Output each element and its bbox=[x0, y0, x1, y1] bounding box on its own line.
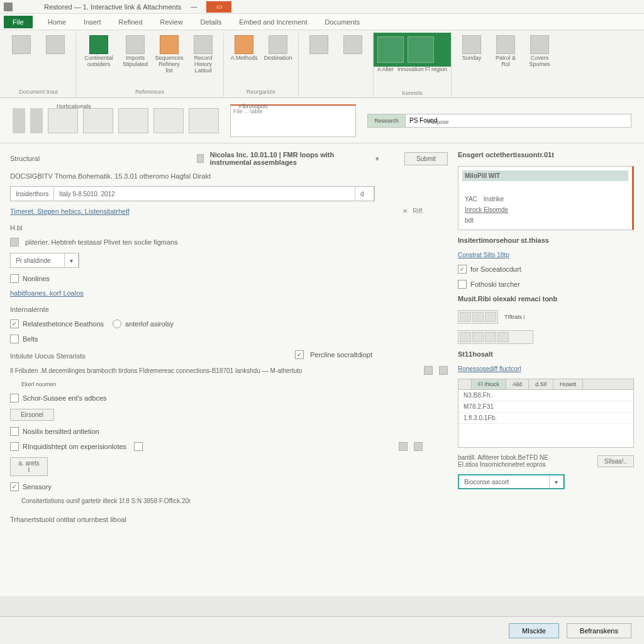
btn-inner[interactable]: a. arets I bbox=[10, 457, 48, 476]
panel1-row3[interactable]: bdt bbox=[462, 215, 628, 226]
chk-anterior[interactable] bbox=[113, 319, 121, 328]
ribbon-btn-patrol[interactable]: Patrol & Rol bbox=[491, 34, 521, 69]
section-icon[interactable] bbox=[197, 154, 204, 163]
menu-insert[interactable]: Insert bbox=[75, 16, 110, 28]
ribbon-btn-b2[interactable] bbox=[338, 34, 368, 57]
chk-other[interactable] bbox=[458, 280, 467, 289]
side-header-3: Musit.Ribi olexaki remaci tonb bbox=[458, 295, 634, 304]
chk-source[interactable] bbox=[458, 265, 467, 274]
ribbon-btn-1[interactable] bbox=[6, 34, 36, 57]
accent-btn-alter[interactable] bbox=[377, 36, 404, 63]
chk-strike[interactable] bbox=[10, 394, 19, 402]
ok-button[interactable]: MIscide bbox=[509, 623, 559, 638]
submit-button[interactable]: Submit bbox=[404, 152, 448, 165]
list-tab-0[interactable] bbox=[458, 379, 472, 389]
ribbon-btn-b1[interactable] bbox=[304, 34, 334, 57]
panel1-row2[interactable]: Inrock Elsomde bbox=[462, 204, 628, 215]
minimize-button[interactable]: — bbox=[181, 1, 206, 13]
chk-ranges[interactable] bbox=[10, 442, 19, 451]
search-label-box[interactable]: Research bbox=[368, 114, 406, 127]
link-recon[interactable]: Ronessosediff fluctcorl bbox=[458, 365, 634, 372]
cancel-button[interactable]: Befranskens bbox=[567, 623, 631, 638]
list-tab-1[interactable]: Fl Ihtock bbox=[472, 379, 506, 389]
grid-icon-2[interactable] bbox=[414, 442, 423, 451]
ribbon-btn-imports[interactable]: Imports Stipulated bbox=[120, 34, 150, 69]
input-2[interactable]: Pr shaldinde ▾ bbox=[10, 253, 79, 268]
thumb-prev2[interactable] bbox=[30, 108, 43, 133]
ribbon-btn-sunday[interactable]: Sunday bbox=[457, 34, 487, 63]
thumb-prev[interactable] bbox=[13, 108, 25, 133]
tool-b2[interactable] bbox=[472, 332, 484, 342]
link-timeret[interactable]: Timeret. Stepen hebics, Listensitatrhelf bbox=[10, 208, 448, 215]
dropdown-bioconse[interactable]: Bioconse ascort ▾ bbox=[458, 474, 565, 489]
accent-panel bbox=[374, 33, 451, 67]
menu-home[interactable]: Home bbox=[39, 16, 75, 28]
link-step[interactable]: Constrat Silts 18tp bbox=[458, 252, 634, 258]
list-row-2[interactable]: 1.fl.3.0.1Fb. bbox=[458, 413, 633, 424]
ribbon-btn-dest[interactable]: Destination bbox=[263, 34, 293, 63]
ribbon-group-document: Document trout bbox=[1, 33, 76, 97]
chk-extended[interactable] bbox=[10, 427, 19, 436]
menu-review[interactable]: Review bbox=[152, 16, 192, 28]
combo-seg-1[interactable]: Insiderthors bbox=[11, 187, 54, 201]
input-2-text[interactable]: Pr shaldinde bbox=[11, 253, 65, 267]
main-column: Structural Nicolas Inc. 10.01.10 | FMR l… bbox=[10, 151, 448, 589]
menu-embed[interactable]: Embed and Increment bbox=[230, 16, 316, 28]
field-expand-icon[interactable] bbox=[10, 238, 19, 247]
chk-belts-label: Belts bbox=[23, 335, 38, 343]
para-icon-2[interactable] bbox=[439, 366, 448, 375]
grid-icon-1[interactable] bbox=[399, 442, 408, 451]
thumb-4[interactable] bbox=[153, 108, 184, 133]
chk-nonlines[interactable] bbox=[10, 274, 19, 283]
panel1-title[interactable]: MiloPill WIT bbox=[462, 170, 628, 181]
chk-ranges-2[interactable] bbox=[134, 442, 143, 451]
combo-side-label: ✕ Riff. bbox=[402, 208, 424, 214]
tool-2[interactable] bbox=[472, 312, 484, 322]
para-icon-1[interactable] bbox=[424, 366, 433, 375]
input-2-drop[interactable]: ▾ bbox=[65, 253, 79, 267]
input-combo[interactable]: Insiderthors Italy 9-8.5010. 2012 d bbox=[10, 186, 375, 201]
menu-documents[interactable]: Documents bbox=[316, 16, 369, 28]
tool-1[interactable] bbox=[460, 312, 471, 322]
chk-sensor[interactable] bbox=[10, 482, 19, 491]
combo-seg-2[interactable]: Italy 9-8.5010. 2012 bbox=[54, 187, 355, 201]
ribbon-btn-seq[interactable]: Sequences Refinery list bbox=[154, 34, 184, 75]
tool-3[interactable] bbox=[485, 312, 496, 322]
list-tab-3[interactable]: d.SIl bbox=[529, 379, 553, 389]
ribbon-btn-covers[interactable]: Covers Spomes bbox=[525, 34, 555, 69]
list-tab-4[interactable]: Husett bbox=[553, 379, 583, 389]
chk-source-label: for Soceatocdurt bbox=[470, 265, 521, 273]
chk-belts[interactable] bbox=[10, 335, 19, 343]
close-button[interactable]: ▭ bbox=[206, 1, 231, 13]
ribbon-btn-record[interactable]: Record History Latitud bbox=[188, 34, 218, 75]
file-tab[interactable]: File bbox=[4, 16, 33, 28]
dialog-footer: MIscide Befranskens bbox=[0, 616, 644, 644]
dropdown-caret-icon[interactable]: ▾ bbox=[550, 475, 564, 488]
list-row-1[interactable]: M78.2.F31 bbox=[458, 401, 633, 413]
link-habit[interactable]: habitfoanes. korf Loalos bbox=[10, 289, 448, 297]
menu-details[interactable]: Details bbox=[192, 16, 231, 28]
btn-set[interactable]: SIlsaa!.. bbox=[597, 455, 634, 467]
dropdown-caret-icon[interactable]: ▾ bbox=[375, 155, 379, 163]
ribbon-btn-continental[interactable]: Continental outsiders bbox=[81, 34, 116, 69]
btn-eirsonel[interactable]: Eirsonel bbox=[10, 409, 54, 421]
list-row-0[interactable]: N3.B8.Fh. bbox=[458, 390, 633, 401]
ribbon-btn-2[interactable] bbox=[40, 34, 70, 57]
list-tab-2[interactable]: Alid bbox=[506, 379, 529, 389]
thumb-3[interactable] bbox=[118, 108, 148, 133]
thumb-5[interactable] bbox=[189, 108, 219, 133]
thumb-2[interactable] bbox=[83, 108, 113, 133]
tool-b3[interactable] bbox=[485, 332, 496, 342]
chk-relates[interactable] bbox=[10, 319, 19, 328]
tool-b4[interactable] bbox=[497, 332, 509, 342]
chk-percline[interactable] bbox=[295, 350, 304, 359]
thumb-1[interactable] bbox=[48, 108, 78, 133]
menu-refined[interactable]: Refined bbox=[110, 16, 152, 28]
section-internal: Internalernte bbox=[10, 306, 448, 313]
ribbon-btn-methods[interactable]: A.Methods bbox=[229, 34, 259, 63]
tool-b1[interactable] bbox=[460, 332, 471, 342]
combo-seg-3[interactable]: d bbox=[355, 187, 374, 201]
accent-label-2: Innovation Fl region bbox=[397, 67, 447, 73]
accent-btn-innov[interactable] bbox=[408, 36, 434, 63]
panel1-row1[interactable]: YACInstrike bbox=[462, 194, 628, 204]
